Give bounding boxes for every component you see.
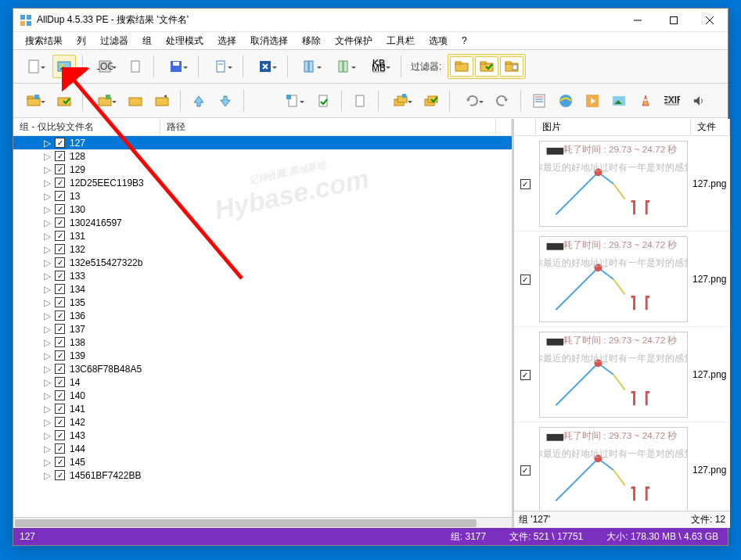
tree-row[interactable]: ▷✓14561BF7422BB (13, 468, 512, 482)
expand-icon[interactable]: ▷ (43, 471, 52, 479)
checkbox[interactable]: ✓ (55, 404, 65, 414)
checkbox[interactable]: ✓ (55, 244, 65, 254)
checkbox[interactable]: ✓ (55, 297, 65, 307)
tree-row[interactable]: ▷✓13C68F78B48A5 (13, 362, 512, 375)
tree-row[interactable]: ▷✓135 (13, 296, 512, 309)
tool-doc-blue-dropdown[interactable] (277, 89, 308, 113)
tree-row[interactable]: ▷✓127 (13, 136, 512, 149)
tree-row[interactable]: ▷✓138 (13, 336, 512, 349)
col-extra[interactable] (496, 119, 512, 135)
tool-kbmb-dropdown[interactable]: KBMB (363, 55, 394, 78)
menu-help[interactable]: ? (455, 34, 474, 48)
tree-row[interactable]: ▷✓1302416597 (13, 216, 512, 229)
filter-none[interactable] (450, 56, 473, 77)
tool-text-editor-icon[interactable] (527, 89, 551, 113)
tool-folder-green-dropdown[interactable] (89, 89, 121, 113)
preview-list[interactable]: ✓耗了时间 : 29.73 ~ 24.72 秒你最近的好地址过时有一年是对的感觉… (514, 136, 730, 511)
checkbox[interactable]: ✓ (55, 164, 65, 174)
checkbox[interactable]: ✓ (55, 417, 65, 427)
tree-row[interactable]: ▷✓136 (13, 309, 512, 322)
expand-icon[interactable]: ▷ (43, 165, 52, 174)
horizontal-scrollbar[interactable] (13, 517, 512, 528)
tool-page-dropdown[interactable] (205, 55, 236, 78)
preview-item[interactable]: ✓耗了时间 : 29.73 ~ 24.72 秒你最近的好地址过时有一年是对的感觉… (514, 136, 730, 232)
preview-item[interactable]: ✓耗了时间 : 29.73 ~ 24.72 秒你最近的好地址过时有一年是对的感觉… (514, 327, 730, 422)
menu-deselect[interactable]: 取消选择 (243, 33, 295, 49)
checkbox[interactable]: ✓ (55, 470, 65, 480)
tree-row[interactable]: ▷✓132e515427322b (13, 256, 512, 269)
checkbox[interactable]: ✓ (55, 151, 65, 161)
checkbox[interactable]: ✓ (55, 178, 65, 188)
expand-icon[interactable]: ▷ (43, 205, 52, 214)
tool-vlc-icon[interactable] (634, 89, 657, 113)
checkbox[interactable]: ✓ (55, 271, 65, 281)
expand-icon[interactable]: ▷ (43, 178, 52, 187)
tree-row[interactable]: ▷✓137 (13, 322, 512, 336)
tool-down-arrow[interactable] (214, 89, 237, 113)
tool-redo[interactable] (491, 89, 514, 113)
menu-options[interactable]: 选项 (422, 33, 455, 49)
preview-checkbox[interactable]: ✓ (520, 179, 531, 189)
menu-file-protect[interactable]: 文件保护 (328, 33, 379, 49)
expand-icon[interactable]: ▷ (43, 338, 52, 346)
tool-play-icon[interactable] (581, 89, 604, 113)
tree-row[interactable]: ▷✓130 (13, 203, 512, 216)
expand-icon[interactable]: ▷ (43, 271, 52, 280)
tool-doc-check[interactable] (311, 89, 335, 113)
checkbox[interactable]: ✓ (55, 204, 65, 214)
titlebar[interactable]: AllDup 4.5.33 PE - 搜索结果 '文件名' (13, 9, 728, 32)
menu-filter[interactable]: 过滤器 (93, 33, 135, 49)
preview-checkbox[interactable]: ✓ (520, 465, 531, 476)
expand-icon[interactable]: ▷ (43, 298, 52, 307)
tool-image-icon[interactable] (607, 89, 631, 113)
tool-folder-plain[interactable] (124, 89, 147, 113)
tree-row[interactable]: ▷✓143 (13, 429, 512, 442)
tree-row[interactable]: ▷✓144 (13, 442, 512, 455)
tool-folder-blue-dropdown[interactable] (18, 89, 49, 113)
preview-item[interactable]: ✓耗了时间 : 29.73 ~ 24.72 秒你最近的好地址过时有一年是对的感觉… (514, 422, 730, 511)
checkbox[interactable]: ✓ (55, 324, 65, 334)
tool-save-dropdown[interactable] (160, 55, 192, 78)
tool-ie-icon[interactable] (554, 89, 577, 113)
menu-process-mode[interactable]: 处理模式 (159, 33, 210, 49)
checkbox[interactable]: ✓ (55, 284, 65, 294)
tree-row[interactable]: ▷✓12D25EEC119B3 (13, 176, 512, 189)
tool-sound-icon[interactable] (687, 89, 710, 113)
tree-row[interactable]: ▷✓140 (13, 389, 512, 402)
tool-folders-blue-dropdown[interactable] (385, 89, 416, 113)
tool-doc-dropdown[interactable] (18, 55, 49, 78)
tree-row[interactable]: ▷✓141 (13, 402, 512, 415)
preview-checkbox[interactable]: ✓ (520, 370, 531, 380)
col-group[interactable]: 组 - 仅比较文件名 (13, 119, 160, 135)
tool-delete-dropdown[interactable] (250, 55, 281, 78)
checkbox[interactable]: ✓ (55, 311, 65, 321)
checkbox[interactable]: ✓ (55, 443, 65, 454)
expand-icon[interactable]: ▷ (43, 444, 52, 453)
tool-columns-2-dropdown[interactable] (329, 55, 360, 78)
minimize-button[interactable] (620, 9, 656, 32)
filter-checked[interactable] (475, 56, 498, 77)
tool-up-arrow[interactable] (187, 89, 210, 113)
tool-undo-dropdown[interactable] (456, 89, 487, 113)
expand-icon[interactable]: ▷ (43, 258, 52, 267)
expand-icon[interactable]: ▷ (43, 378, 52, 386)
checkbox[interactable]: ✓ (55, 350, 65, 361)
menu-toolbar[interactable]: 工具栏 (379, 33, 422, 49)
checkbox[interactable]: ✓ (55, 377, 65, 387)
expand-icon[interactable]: ▷ (43, 218, 52, 227)
close-button[interactable] (692, 9, 728, 32)
expand-icon[interactable]: ▷ (43, 458, 52, 466)
checkbox[interactable]: ✓ (55, 217, 65, 228)
checkbox[interactable]: ✓ (55, 191, 65, 201)
tree-row[interactable]: ▷✓13 (13, 189, 512, 203)
tool-log-dropdown[interactable]: LOG (89, 55, 121, 78)
expand-icon[interactable]: ▷ (43, 285, 52, 293)
tree-row[interactable]: ▷✓132 (13, 242, 512, 256)
checkbox[interactable]: ✓ (55, 457, 65, 467)
expand-icon[interactable]: ▷ (43, 192, 52, 200)
tool-document[interactable] (124, 55, 147, 78)
tree-row[interactable]: ▷✓134 (13, 282, 512, 296)
checkbox[interactable]: ✓ (55, 364, 65, 374)
tree-row[interactable]: ▷✓128 (13, 149, 512, 163)
expand-icon[interactable]: ▷ (43, 364, 52, 373)
